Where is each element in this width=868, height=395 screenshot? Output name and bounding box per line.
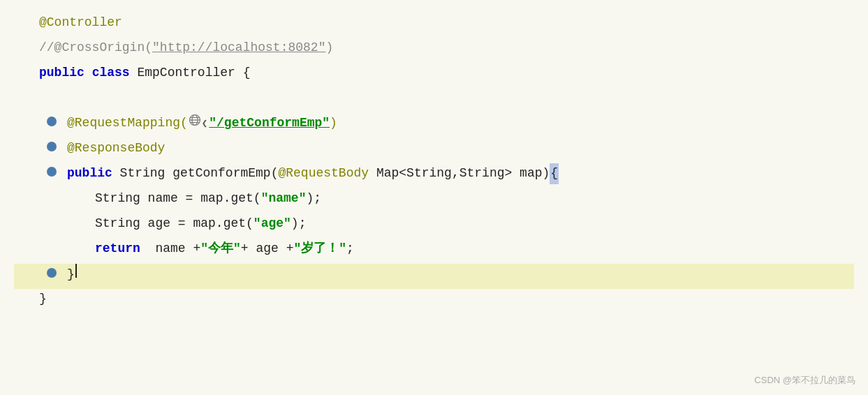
gutter-icon-5 [47,117,57,126]
gutter-6 [42,142,61,151]
link-localhost: "http://localhost:8082" [152,40,325,54]
method-params: Map<String,String> map) [369,163,550,184]
gutter-icon-11 [47,268,57,278]
kw-public: public [39,63,84,84]
mapping-path: "/getConformEmp" [209,113,330,134]
annotation-responsebody: @ResponseBody [67,138,165,159]
str-jinnian: "今年" [200,239,241,260]
annotation-requestbody: @RequestBody [278,163,369,184]
code-line-1: @Controller [14,13,854,38]
code-line-11: } [14,264,854,289]
annotation-requestmapping: @RequestMapping( [67,113,188,134]
gutter-icon-7 [47,167,57,177]
code-line-12: } [14,289,854,314]
closing-method-brace: } [67,264,75,285]
return-expr: name + [140,239,200,260]
watermark: CSDN @笨不拉几的菜鸟 [754,374,855,387]
gutter-5 [42,117,61,126]
class-name: EmpController { [130,63,251,84]
gutter-11 [42,268,61,278]
line-age-end: ); [291,214,307,234]
kw-class-space [84,63,92,84]
code-line-6: @ResponseBody [14,138,854,163]
code-line-2: //@CrossOrigin("http://localhost:8082") [14,38,854,63]
method-sig: String getConformEmp( [112,163,279,184]
gutter-icon-6 [47,142,57,151]
kw-public-method: public [67,163,112,184]
return-semi: ; [346,239,354,260]
code-line-3: public class EmpController { [14,63,854,88]
chevron-icon: ❮ [202,116,207,132]
closing-class-brace: } [39,289,47,310]
open-brace: { [550,163,559,184]
line-name-end: ); [306,188,321,209]
line-name-decl: String name = map.get( [95,188,261,209]
code-line-5: @RequestMapping( ❮ "/getConformEmp" ) [14,113,854,138]
kw-class: class [92,63,130,84]
code-line-9: String age = map.get( "age" ); [14,214,854,239]
comment-crossorigin: //@CrossOrigin("http://localhost:8082") [39,38,333,59]
line-age-decl: String age = map.get( [95,214,253,234]
kw-return: return [95,239,140,260]
cursor [75,264,77,278]
annotation-close: ) [330,113,337,134]
annotation-controller: @Controller [39,13,122,33]
globe-icon [189,114,201,126]
code-line-10: return name + "今年" + age + "岁了！" ; [14,239,854,264]
code-editor: @Controller //@CrossOrigin("http://local… [0,0,868,395]
return-plus1: + age + [241,239,294,260]
str-suile: "岁了！" [293,239,346,260]
code-line-4 [14,88,854,113]
str-name: "name" [261,188,307,209]
code-line-7: public String getConformEmp( @RequestBod… [14,163,854,188]
gutter-7 [42,167,61,177]
str-age: "age" [253,214,291,234]
code-line-8: String name = map.get( "name" ); [14,188,854,214]
